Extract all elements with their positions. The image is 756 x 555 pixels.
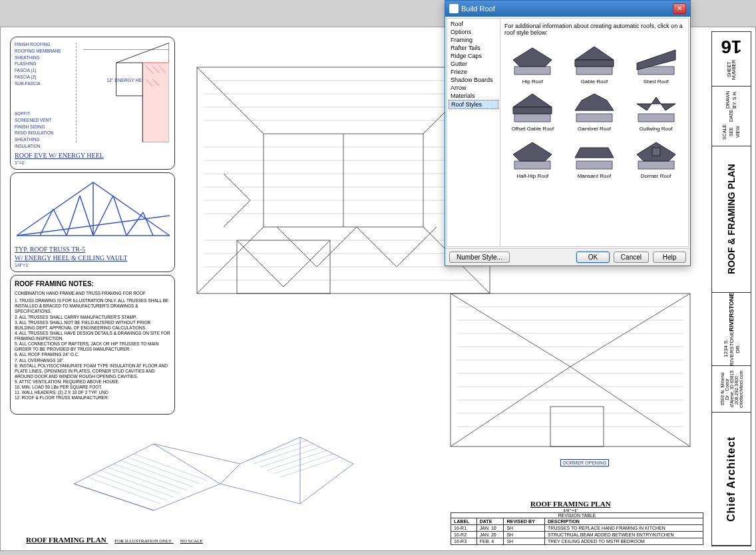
sidebar-item-materials[interactable]: Materials — [449, 92, 498, 100]
table-row: 16-R1JAN. 10SHTRUSSES TO REPLACE HAND FR… — [451, 525, 703, 532]
detail-label: FINISH SIDING — [15, 124, 53, 130]
sidebar-item-arrow[interactable]: Arrow — [449, 84, 498, 92]
right-title-text: ROOF FRAMING PLAN — [530, 500, 611, 508]
roof-style-gullwing-roof[interactable]: Gullwing Roof — [628, 87, 684, 132]
rev-cell: SH — [504, 538, 545, 545]
svg-line-15 — [67, 196, 80, 236]
dialog-footer: Number Style... OK Cancel Help — [445, 248, 690, 266]
sheet-number-cell: SHEET NUMBER 16 — [712, 32, 751, 87]
svg-line-64 — [570, 293, 690, 367]
rev-cell: JAN. 20 — [476, 532, 504, 538]
rev-cell: TRUSSES TO REPLACE HAND FRAMING IN KITCH… — [545, 525, 703, 532]
dialog-sidebar: RoofOptionsFramingRafter TailsRidge Caps… — [447, 19, 500, 246]
svg-line-44 — [74, 484, 154, 510]
number-style-button[interactable]: Number Style... — [449, 252, 510, 263]
detail-label: SCREENED VENT — [15, 117, 53, 124]
roof-style-offset-gable-roof[interactable]: Offset Gable Roof — [504, 87, 561, 132]
roof-style-mansard-roof[interactable]: Mansard Roof — [566, 134, 623, 179]
svg-line-48 — [87, 477, 160, 504]
svg-marker-87 — [513, 107, 552, 114]
revision-table: REVISION TABLE LABELDATEREVISED BYDESCRI… — [451, 512, 703, 545]
cancel-button[interactable]: Cancel — [614, 252, 649, 263]
rev-cell: 16-R2 — [451, 532, 477, 538]
iso-sub2: NO SCALE — [180, 538, 203, 544]
iso-title: ROOF FRAMING PLAN FOR ILLUSTRATION ONLY … — [26, 536, 203, 544]
sheet-meta: SCALE: SEE VIEW DATE: DRAWN BY: S.H. — [712, 87, 751, 146]
sidebar-item-roof-styles[interactable]: Roof Styles — [449, 100, 498, 109]
roof-thumb-icon — [506, 134, 558, 172]
svg-marker-92 — [514, 161, 550, 169]
svg-line-27 — [237, 240, 284, 287]
notes-title: ROOF FRAMING NOTES: — [15, 279, 170, 288]
svg-rect-2 — [142, 63, 169, 142]
roof-thumb-icon — [630, 87, 682, 124]
sheet-number: 16 — [721, 36, 741, 57]
dialog-titlebar[interactable]: Build Roof ✕ — [445, 1, 690, 17]
roof-thumb-icon — [506, 40, 558, 77]
sidebar-item-ridge-caps[interactable]: Ridge Caps — [449, 52, 498, 60]
sidebar-item-framing[interactable]: Framing — [449, 36, 498, 44]
table-row: 16-R3FEB. 4SHTREY CEILING ADDED TO MSTR … — [451, 538, 703, 545]
sidebar-item-gutter[interactable]: Gutter — [449, 60, 498, 68]
svg-line-45 — [154, 444, 220, 484]
rev-header: DESCRIPTION — [545, 518, 703, 525]
roof-style-label: Gable Roof — [566, 79, 623, 85]
roof-style-label: Gullwing Roof — [628, 126, 684, 132]
rev-cell: TREY CEILING ADDED TO MSTR BEDROOM — [545, 538, 703, 545]
sidebar-item-options[interactable]: Options — [449, 28, 498, 36]
roof-style-label: Dormer Roof — [628, 173, 684, 179]
rev-cell: SH — [504, 525, 545, 532]
table-row: 16-R2JAN. 20SHSTRUCTRUAL BEAM ADDED BETW… — [451, 532, 703, 538]
roof-style-label: Offset Gable Roof — [504, 126, 561, 132]
detail-label: FINISH ROOFING — [15, 41, 61, 48]
roof-style-gable-roof[interactable]: Gable Roof — [566, 40, 623, 85]
roof-style-label: Gambrel Roof — [566, 126, 623, 132]
ok-button[interactable]: OK — [576, 252, 610, 263]
svg-marker-85 — [514, 114, 550, 122]
svg-marker-95 — [575, 148, 614, 158]
svg-marker-86 — [513, 94, 552, 107]
svg-marker-94 — [576, 161, 612, 169]
svg-line-19 — [113, 196, 126, 236]
scale-label: SCALE: SEE VIEW — [721, 122, 741, 142]
project-address: 1234 S. RIVERSTONE DR. — [723, 331, 741, 366]
svg-marker-96 — [638, 161, 674, 169]
project-name: RIVERSTONE — [728, 292, 735, 331]
right-plan-title: ROOF FRAMING PLAN 1/4"=1' — [530, 500, 611, 513]
truss-diagram — [13, 176, 173, 249]
roof-style-hip-roof[interactable]: Hip Roof — [504, 40, 561, 85]
project-cell: 1234 S. RIVERSTONE DR. RIVERSTONE — [712, 293, 751, 366]
sidebar-item-frieze[interactable]: Frieze — [449, 68, 498, 76]
roof-thumb-icon — [630, 134, 682, 172]
roof-thumb-icon — [630, 40, 682, 77]
truss-scale: 1/4"=1' — [15, 263, 29, 268]
sidebar-item-shadow-boards[interactable]: Shadow Boards — [449, 76, 498, 84]
svg-line-52 — [114, 464, 187, 490]
roof-style-gambrel-roof[interactable]: Gambrel Roof — [566, 87, 623, 132]
rev-cell: 16-R3 — [451, 538, 477, 545]
svg-marker-81 — [575, 47, 614, 60]
help-button[interactable]: Help — [653, 252, 686, 263]
roof-style-shed-roof[interactable]: Shed Roof — [628, 40, 684, 85]
truss-detail: TYP. ROOF TRUSS TR-5 W/ ENERGY HEEL & CE… — [10, 172, 175, 272]
svg-line-54 — [127, 457, 200, 484]
truss-title: TYP. ROOF TRUSS TR-5 W/ ENERGY HEEL & CE… — [15, 245, 127, 262]
sidebar-item-roof[interactable]: Roof — [449, 20, 498, 28]
svg-line-51 — [107, 467, 180, 494]
roof-thumb-icon — [506, 87, 558, 124]
roof-thumb-icon — [568, 40, 620, 77]
svg-marker-93 — [513, 142, 552, 161]
roof-eve-detail: FINISH ROOFINGROOFING MEMBRANESHEATHINGF… — [10, 37, 175, 170]
right-roof-plan: DORMER OPENING ROOF FRAMING PLAN 1/4"=1' — [437, 287, 703, 520]
rev-header: DATE — [476, 518, 504, 525]
roof-style-dormer-roof[interactable]: Dormer Roof — [628, 134, 684, 179]
close-icon[interactable]: ✕ — [673, 3, 686, 14]
svg-line-58 — [260, 447, 320, 467]
svg-line-28 — [284, 240, 330, 287]
roof-style-half-hip-roof[interactable]: Half-Hip Roof — [504, 134, 561, 179]
iso-roof-plan: ROOF FRAMING PLAN FOR ILLUSTRATION ONLY … — [21, 377, 393, 544]
detail-label: FASCIA (1) — [15, 67, 61, 74]
sidebar-item-rafter-tails[interactable]: Rafter Tails — [449, 44, 498, 52]
roof-style-label: Hip Roof — [504, 79, 561, 85]
detail-label: SHEATHING — [15, 136, 53, 143]
